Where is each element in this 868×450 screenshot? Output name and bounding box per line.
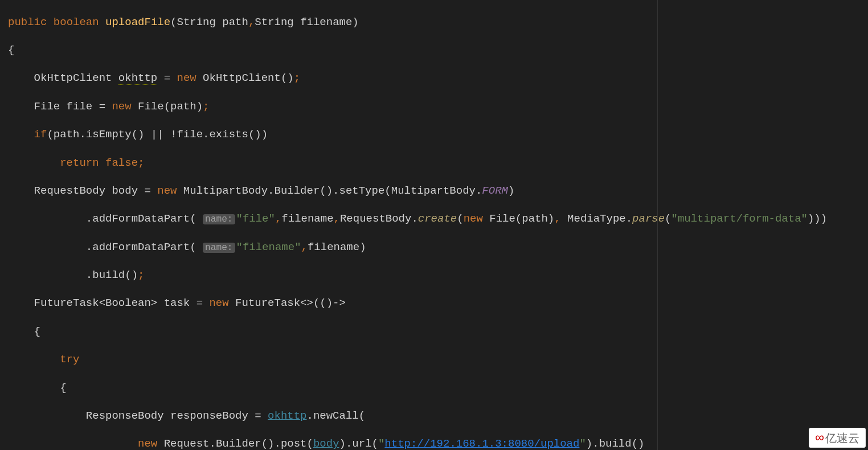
futuretask-ctor: FutureTask<>(()-> [229, 297, 346, 309]
static-method-create: create [418, 212, 457, 225]
code-line: .addFormDataPart( name:"file",filename,R… [8, 212, 860, 226]
code-line: if(path.isEmpty() || !file.exists()) [8, 128, 860, 142]
code-line: ResponseBody responseBody = okhttp.newCa… [8, 409, 860, 423]
arg-filename: filename [308, 241, 359, 253]
code-line: .addFormDataPart( name:"filename",filena… [8, 240, 860, 255]
new-file-path: File(path) [483, 212, 554, 225]
keyword-public: public [8, 16, 47, 28]
param-hint-name: name: [203, 243, 235, 253]
keyword-false: false [105, 157, 138, 169]
comma: , [275, 212, 281, 225]
paren-open: ( [457, 212, 463, 225]
var-okhttp-ref: okhttp [268, 410, 306, 422]
code-line: OkHttpClient okhttp = new OkHttpClient()… [8, 71, 860, 85]
keyword-new: new [464, 212, 483, 225]
build-call: .build() [86, 269, 138, 281]
paren-open: ( [665, 212, 671, 225]
cloud-icon: ∞ [815, 429, 822, 446]
keyword-new: new [209, 297, 228, 309]
code-line: public boolean uploadFile(String path,St… [8, 15, 860, 30]
semicolon: ; [203, 100, 209, 113]
comma: , [248, 16, 255, 28]
code-line: new Request.Builder().post(body).url("ht… [8, 437, 860, 450]
comma: , [554, 212, 560, 225]
editor-divider [657, 0, 658, 450]
url-pre: ).url( [339, 437, 378, 450]
add-form-data-part: .addFormDataPart( [86, 241, 196, 253]
keyword-try: try [60, 353, 79, 366]
open-brace: { [60, 382, 66, 394]
keyword-new: new [157, 185, 177, 197]
semicolon: ; [138, 157, 144, 169]
keyword-new: new [138, 437, 157, 450]
keyword-new: new [112, 100, 131, 113]
requestbody-create-pre: RequestBody. [340, 212, 418, 225]
keyword-boolean: boolean [54, 16, 99, 28]
var-body-ref: body [313, 437, 339, 450]
signature-part2: String filename) [255, 16, 358, 28]
string-url: http://192.168.1.3:8080/upload [384, 437, 579, 450]
close-paren: ) [508, 185, 514, 197]
comma: , [334, 212, 340, 225]
string-filename: "filename" [236, 241, 301, 253]
open-brace: { [8, 44, 14, 56]
code-line: { [8, 381, 860, 395]
responsebody-decl: ResponseBody responseBody = [86, 410, 268, 422]
eq: = [157, 72, 177, 84]
add-form-data-part: .addFormDataPart( [86, 212, 196, 225]
code-line: { [8, 325, 860, 339]
if-condition: (path.isEmpty() || !file.exists()) [47, 128, 268, 141]
futuretask-decl: FutureTask<Boolean> task = [34, 297, 210, 309]
semicolon: ; [138, 269, 144, 281]
keyword-new: new [177, 72, 196, 84]
mediatype-pre: MediaType. [561, 212, 632, 225]
newcall: .newCall( [307, 410, 366, 422]
code-line: RequestBody body = new MultipartBody.Bui… [8, 184, 860, 198]
signature-part1: (String path [170, 16, 248, 28]
semicolon: ; [294, 72, 300, 84]
build2: ).build() [586, 437, 645, 450]
code-line: FutureTask<Boolean> task = new FutureTas… [8, 296, 860, 310]
param-hint-name: name: [203, 214, 235, 224]
ctor-okhttpclient: OkHttpClient() [196, 72, 294, 84]
quote: " [378, 437, 384, 450]
string-file: "file" [236, 212, 275, 225]
close-paren: ) [359, 241, 366, 253]
multipart-builder: MultipartBody.Builder().setType(Multipar… [177, 185, 482, 197]
keyword-return: return [60, 157, 99, 169]
string-multipart: "multipart/form-data" [672, 212, 808, 225]
quote: " [579, 437, 586, 450]
code-editor[interactable]: public boolean uploadFile(String path,St… [0, 0, 868, 450]
open-brace: { [34, 325, 40, 338]
code-line: try [8, 353, 860, 367]
request-builder: Request.Builder().post( [157, 437, 313, 450]
code-line: return false; [8, 156, 860, 170]
triple-close: ))) [808, 212, 827, 225]
watermark-text: 亿速云 [825, 431, 859, 445]
var-okhttp: okhttp [118, 72, 157, 85]
static-field-form: FORM [482, 185, 508, 197]
type-okhttpclient: OkHttpClient [34, 72, 118, 84]
watermark-badge: ∞ 亿速云 [809, 428, 866, 448]
code-line: File file = new File(path); [8, 100, 860, 114]
code-line: .build(); [8, 268, 860, 283]
arg-filename: filename [281, 212, 333, 225]
method-name: uploadFile [105, 16, 170, 28]
keyword-if: if [34, 128, 47, 141]
static-method-parse: parse [632, 212, 665, 225]
requestbody-decl: RequestBody body = [34, 185, 158, 197]
ctor-file: File(path) [132, 100, 203, 113]
code-line: { [8, 43, 860, 58]
comma: , [301, 241, 308, 253]
file-decl: File file = [34, 100, 112, 113]
